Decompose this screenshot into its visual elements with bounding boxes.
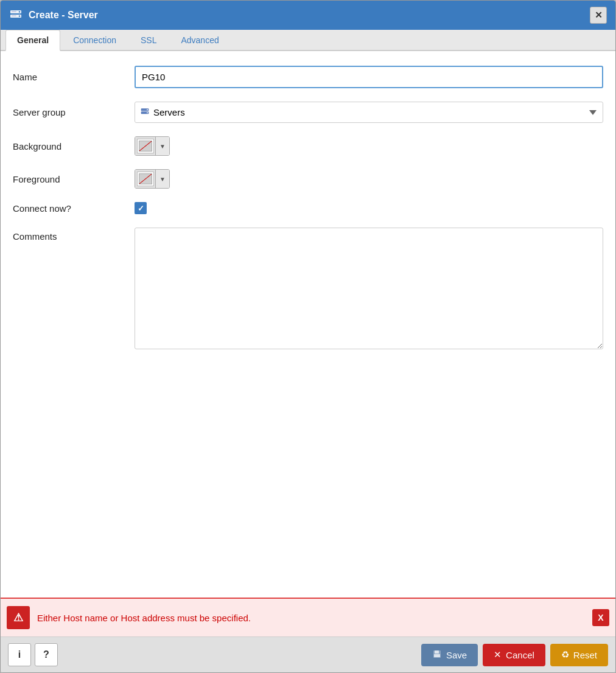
foreground-color-swatch <box>135 170 156 188</box>
dialog-title: Create - Server <box>29 10 98 21</box>
footer-right: Save ✕ Cancel ♻ Reset <box>421 644 608 666</box>
svg-point-3 <box>19 15 20 16</box>
server-icon <box>9 9 23 22</box>
close-button[interactable]: ✕ <box>590 7 607 24</box>
footer: i ? Save ✕ Cancel ♻ Reset <box>1 636 615 672</box>
foreground-color-button[interactable]: ▼ <box>135 169 170 189</box>
svg-rect-5 <box>12 16 16 16</box>
name-row: Name <box>13 66 603 88</box>
background-control: ▼ <box>135 136 603 156</box>
server-group-label: Server group <box>13 107 135 117</box>
name-label: Name <box>13 72 135 82</box>
server-group-icon <box>141 107 149 117</box>
tab-bar: General Connection SSL Advanced <box>1 30 615 51</box>
info-button[interactable]: i <box>8 643 31 666</box>
svg-point-2 <box>19 11 20 12</box>
create-server-dialog: Create - Server ✕ General Connection SSL… <box>0 0 616 673</box>
save-label: Save <box>446 650 467 660</box>
connect-now-checkbox[interactable]: ✓ <box>135 202 147 214</box>
warning-icon: ⚠ <box>13 611 23 624</box>
background-color-swatch <box>135 137 156 155</box>
cancel-icon: ✕ <box>494 649 502 660</box>
svg-rect-12 <box>434 654 440 657</box>
background-label: Background <box>13 141 135 152</box>
title-bar-left: Create - Server <box>9 9 98 22</box>
server-group-row: Server group Servers <box>13 102 603 123</box>
help-button[interactable]: ? <box>35 643 58 666</box>
name-input[interactable] <box>135 66 603 88</box>
server-group-select[interactable]: Servers <box>135 102 603 123</box>
form-content: Name Server group <box>1 51 615 598</box>
error-icon-wrap: ⚠ <box>7 606 30 629</box>
foreground-color-swatch-inner <box>137 172 154 186</box>
comments-row: Comments <box>13 228 603 351</box>
comments-control <box>135 228 603 351</box>
svg-rect-11 <box>435 650 439 654</box>
foreground-control: ▼ <box>135 169 603 189</box>
save-button[interactable]: Save <box>421 644 478 666</box>
reset-icon: ♻ <box>561 649 569 660</box>
comments-label: Comments <box>13 228 135 242</box>
foreground-label: Foreground <box>13 174 135 184</box>
foreground-color-dropdown-arrow: ▼ <box>156 170 169 188</box>
connect-now-control: ✓ <box>135 202 603 214</box>
reset-label: Reset <box>573 650 597 660</box>
error-bar: ⚠ Either Host name or Host address must … <box>1 598 615 636</box>
foreground-row: Foreground ▼ <box>13 169 603 189</box>
footer-left: i ? <box>8 643 421 666</box>
comments-textarea[interactable] <box>135 228 603 349</box>
tab-advanced[interactable]: Advanced <box>169 30 230 50</box>
background-color-button[interactable]: ▼ <box>135 136 170 156</box>
connect-now-row: Connect now? ✓ <box>13 202 603 214</box>
reset-button[interactable]: ♻ Reset <box>550 644 608 666</box>
error-close-button[interactable]: X <box>592 609 609 626</box>
background-color-swatch-inner <box>137 139 154 153</box>
server-group-wrapper: Servers <box>135 102 603 123</box>
tab-general[interactable]: General <box>5 30 60 51</box>
name-control <box>135 66 603 88</box>
svg-point-9 <box>147 112 148 113</box>
checkbox-check-icon: ✓ <box>138 204 144 212</box>
spacer <box>13 364 603 486</box>
cancel-button[interactable]: ✕ Cancel <box>483 644 545 666</box>
background-row: Background ▼ <box>13 136 603 156</box>
tab-connection[interactable]: Connection <box>61 30 128 50</box>
title-bar: Create - Server ✕ <box>1 1 615 30</box>
error-message: Either Host name or Host address must be… <box>37 613 592 623</box>
cancel-label: Cancel <box>506 650 534 660</box>
save-icon <box>432 649 442 661</box>
tab-ssl[interactable]: SSL <box>129 30 168 50</box>
background-color-dropdown-arrow: ▼ <box>156 137 169 155</box>
svg-point-8 <box>147 109 148 110</box>
connect-now-label: Connect now? <box>13 203 135 214</box>
server-group-control: Servers <box>135 102 603 123</box>
svg-rect-4 <box>12 12 16 12</box>
